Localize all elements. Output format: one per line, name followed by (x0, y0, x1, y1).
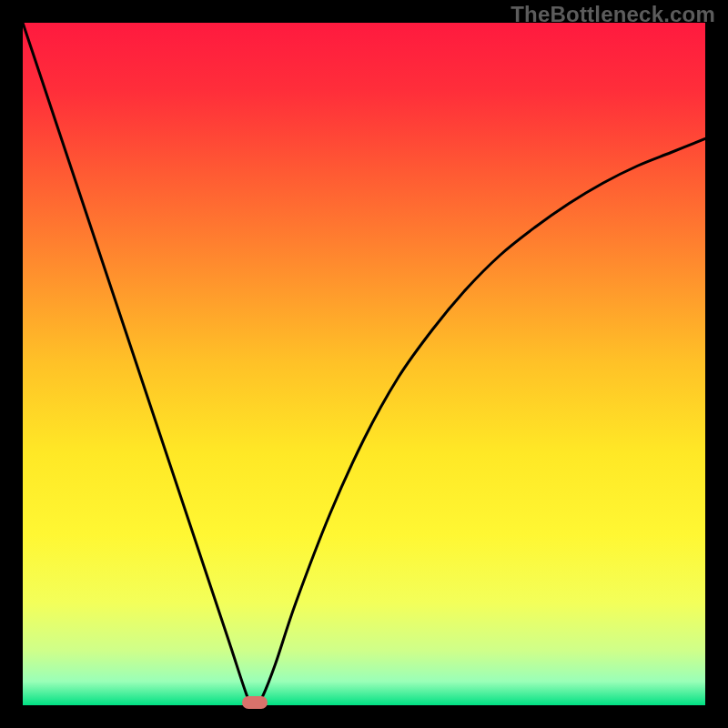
plot-area (23, 23, 705, 705)
gradient-background (23, 23, 705, 705)
minimum-marker (242, 696, 268, 709)
chart-frame: TheBottleneck.com (0, 0, 728, 728)
plot-svg (23, 23, 705, 705)
watermark-text: TheBottleneck.com (511, 2, 715, 27)
